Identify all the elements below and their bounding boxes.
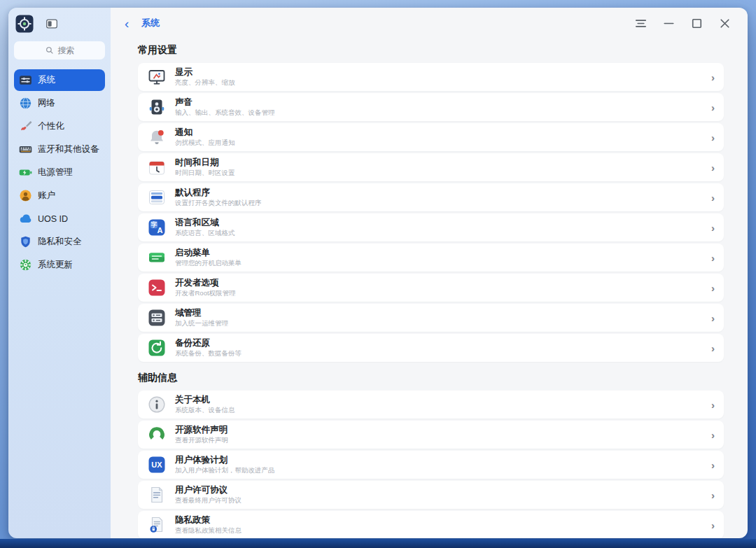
- settings-row[interactable]: 用户许可协议 查看最终用户许可协议 ›: [138, 481, 724, 509]
- row-title: 语言和区域: [175, 218, 711, 227]
- sidebar-item-label: 账户: [38, 190, 55, 202]
- bluetooth-devices-icon: [19, 143, 32, 156]
- developer-terminal-icon: [148, 279, 166, 297]
- sidebar-item-7[interactable]: 隐私和安全: [14, 231, 105, 253]
- sidebar-item-5[interactable]: 账户: [14, 185, 105, 206]
- search-input[interactable]: 搜索: [14, 41, 105, 59]
- titlebar: ‹ 系统: [111, 8, 748, 38]
- sidebar-item-6[interactable]: UOS ID: [14, 208, 105, 230]
- settings-section: 常用设置 显示 亮度、分辨率、缩放 › 声音 输入、输出、系统音效、设备管理 ›…: [138, 44, 724, 362]
- row-title: 用户许可协议: [175, 486, 711, 495]
- settings-row[interactable]: 声音 输入、输出、系统音效、设备管理 ›: [138, 93, 724, 121]
- chevron-right-icon: ›: [711, 102, 715, 113]
- privacy-shield-icon: [19, 235, 32, 248]
- row-subtitle: 管理您的开机启动菜单: [175, 260, 711, 267]
- personalization-brush-icon: [19, 120, 32, 133]
- account-icon: [19, 189, 32, 202]
- chevron-right-icon: ›: [711, 400, 715, 410]
- sidebar-item-4[interactable]: 电源管理: [14, 162, 105, 183]
- chevron-right-icon: ›: [711, 223, 715, 233]
- notification-bell-icon: [148, 128, 166, 146]
- language-region-icon: 字A: [148, 218, 166, 237]
- row-subtitle: 时间日期、时区设置: [175, 169, 711, 176]
- network-globe-icon: [19, 97, 32, 110]
- svg-text:字: 字: [150, 221, 158, 228]
- back-button[interactable]: ‹: [122, 17, 132, 30]
- row-title: 关于本机: [175, 395, 711, 405]
- settings-row[interactable]: 关于本机 系统版本、设备信息 ›: [138, 391, 724, 419]
- power-battery-icon: [19, 166, 32, 179]
- settings-row[interactable]: 通知 勿扰模式、应用通知 ›: [138, 123, 724, 151]
- chevron-right-icon: ›: [711, 283, 715, 293]
- ux-program-icon: UX: [148, 456, 166, 474]
- settings-row[interactable]: 默认程序 设置打开各类文件的默认程序 ›: [138, 183, 724, 211]
- settings-row[interactable]: 开源软件声明 查看开源软件声明 ›: [138, 421, 724, 449]
- sidebar-toggle-icon[interactable]: [45, 17, 59, 31]
- boot-menu-icon: [148, 248, 166, 267]
- chevron-right-icon: ›: [711, 162, 715, 173]
- menu-icon[interactable]: [632, 15, 650, 32]
- minimize-icon[interactable]: [660, 15, 678, 32]
- maximize-icon[interactable]: [688, 15, 706, 32]
- settings-content: 常用设置 显示 亮度、分辨率、缩放 › 声音 输入、输出、系统音效、设备管理 ›…: [111, 38, 748, 538]
- settings-row[interactable]: 启动菜单 管理您的开机启动菜单 ›: [138, 244, 724, 272]
- sidebar-item-label: 隐私和安全: [38, 236, 82, 248]
- svg-text:UX: UX: [151, 461, 162, 469]
- settings-section: 辅助信息 关于本机 系统版本、设备信息 › 开源软件声明 查看开源软件声明 › …: [138, 372, 724, 538]
- row-subtitle: 设置打开各类文件的默认程序: [175, 199, 711, 206]
- row-subtitle: 加入用户体验计划，帮助改进产品: [175, 467, 711, 474]
- display-icon: [148, 68, 166, 86]
- sidebar-item-label: 个性化: [38, 120, 64, 132]
- sidebar-item-3[interactable]: 蓝牙和其他设备: [14, 139, 105, 160]
- row-title: 开发者选项: [175, 279, 711, 288]
- settings-row[interactable]: 显示 亮度、分辨率、缩放 ›: [138, 63, 724, 91]
- row-subtitle: 系统备份、数据备份等: [175, 350, 711, 357]
- row-subtitle: 输入、输出、系统音效、设备管理: [175, 109, 711, 116]
- settings-row[interactable]: 隐私政策 查看隐私政策相关信息 ›: [138, 511, 724, 538]
- row-subtitle: 系统语言、区域格式: [175, 230, 711, 237]
- sidebar-item-8[interactable]: 系统更新: [14, 254, 105, 276]
- row-subtitle: 开发者Root权限管理: [175, 290, 711, 297]
- uos-id-cloud-icon: [19, 212, 32, 225]
- settings-row[interactable]: 域管理 加入统一运维管理 ›: [138, 304, 724, 332]
- sidebar-item-0[interactable]: 系统: [14, 69, 105, 91]
- sidebar-item-label: UOS ID: [38, 214, 68, 224]
- row-subtitle: 系统版本、设备信息: [175, 407, 711, 414]
- row-title: 启动菜单: [175, 248, 711, 258]
- row-title: 时间和日期: [175, 158, 711, 167]
- domain-server-icon: [148, 309, 166, 327]
- chevron-right-icon: ›: [711, 430, 715, 440]
- settings-window: 搜索 系统 网络 个性化 蓝牙和其他设备 电源管理 账户 UOS ID 隐私和安…: [8, 8, 748, 538]
- settings-row[interactable]: 时间和日期 时间日期、时区设置 ›: [138, 153, 724, 181]
- row-title: 通知: [175, 128, 711, 137]
- window-controls: [632, 15, 734, 32]
- taskbar-edge: [0, 539, 756, 548]
- sidebar-nav: 系统 网络 个性化 蓝牙和其他设备 电源管理 账户 UOS ID 隐私和安全 系…: [14, 69, 105, 276]
- search-icon: [45, 45, 55, 55]
- settings-row[interactable]: 备份还原 系统备份、数据备份等 ›: [138, 334, 724, 362]
- row-title: 用户体验计划: [175, 456, 711, 465]
- row-subtitle: 加入统一运维管理: [175, 320, 711, 327]
- row-title: 显示: [175, 68, 711, 77]
- sidebar-item-label: 系统更新: [38, 259, 73, 271]
- chevron-right-icon: ›: [711, 253, 715, 263]
- close-icon[interactable]: [716, 15, 734, 32]
- sound-speaker-icon: [148, 98, 166, 116]
- search-placeholder: 搜索: [58, 45, 75, 57]
- about-info-icon: [148, 395, 166, 414]
- sidebar-item-2[interactable]: 个性化: [14, 115, 105, 137]
- sidebar-item-1[interactable]: 网络: [14, 92, 105, 114]
- section-title: 辅助信息: [138, 372, 724, 384]
- chevron-right-icon: ›: [711, 490, 715, 500]
- row-title: 隐私政策: [175, 516, 711, 525]
- settings-row[interactable]: 开发者选项 开发者Root权限管理 ›: [138, 274, 724, 302]
- settings-row[interactable]: 字A 语言和区域 系统语言、区域格式 ›: [138, 213, 724, 241]
- breadcrumb: ‹ 系统: [122, 17, 160, 30]
- chevron-right-icon: ›: [711, 192, 715, 203]
- chevron-right-icon: ›: [711, 132, 715, 143]
- main-panel: ‹ 系统 常用设置 显示 亮度、分辨率、缩放 › 声音 输入、输出、系统音效、设…: [111, 8, 748, 538]
- chevron-right-icon: ›: [711, 520, 715, 531]
- privacy-policy-icon: [148, 516, 166, 534]
- settings-row[interactable]: UX 用户体验计划 加入用户体验计划，帮助改进产品 ›: [138, 451, 724, 479]
- chevron-right-icon: ›: [711, 460, 715, 470]
